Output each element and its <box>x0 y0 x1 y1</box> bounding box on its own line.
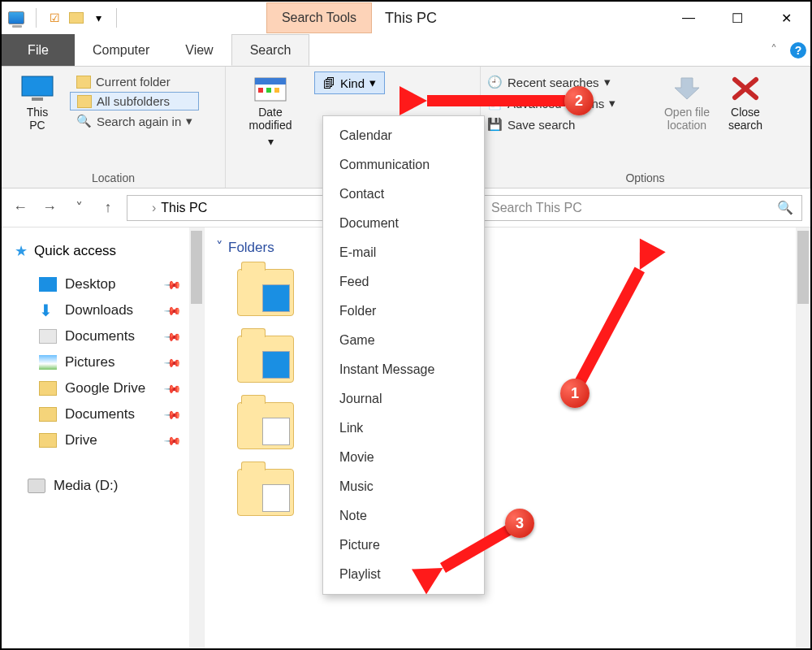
tab-computer[interactable]: Computer <box>75 34 167 66</box>
sidebar-item-documents-2[interactable]: Documents📌 <box>15 401 197 427</box>
tab-file[interactable]: File <box>2 34 75 66</box>
sidebar-item-desktop[interactable]: Desktop📌 <box>15 271 197 297</box>
current-folder-label: Current folder <box>96 75 171 89</box>
all-subfolders-option[interactable]: All subfolders <box>70 92 199 110</box>
kind-option-note[interactable]: Note <box>323 501 484 531</box>
folder-icon <box>39 407 57 422</box>
up-button[interactable]: ↑ <box>97 197 119 219</box>
quick-access-header[interactable]: ★Quick access <box>15 242 197 260</box>
folders-group-header[interactable]: ˅Folders <box>216 239 802 256</box>
maximize-button[interactable]: ☐ <box>713 2 762 34</box>
this-pc-scope-button[interactable]: This PC <box>8 70 67 171</box>
folder-item[interactable] <box>237 269 294 316</box>
kind-option-link[interactable]: Link <box>323 414 484 443</box>
kind-option-game[interactable]: Game <box>323 326 484 355</box>
collapse-ribbon-button[interactable]: ˄ <box>762 34 786 66</box>
sidebar-item-media[interactable]: Media (D:) <box>15 473 197 499</box>
kind-option-feed[interactable]: Feed <box>323 267 484 297</box>
scrollbar-thumb[interactable] <box>191 231 202 304</box>
kind-option-picture[interactable]: Picture <box>323 531 484 560</box>
chevron-down-icon: ▾ <box>609 96 615 110</box>
sidebar-item-drive[interactable]: Drive📌 <box>15 427 197 453</box>
save-search-button[interactable]: 💾Save search <box>487 117 658 132</box>
sidebar-item-google-drive[interactable]: Google Drive📌 <box>15 375 197 401</box>
kind-option-email[interactable]: E-mail <box>323 238 484 267</box>
recent-locations-button[interactable]: ˅ <box>68 197 89 219</box>
open-file-location-button[interactable]: Open file location <box>658 70 716 171</box>
folder-item[interactable] <box>237 469 294 516</box>
open-file-location-label: Open file location <box>664 106 710 132</box>
sidebar-item-pictures[interactable]: Pictures📌 <box>15 349 197 375</box>
recent-searches-button[interactable]: 🕘Recent searches▾ <box>487 75 658 89</box>
close-search-label: Close search <box>728 106 762 132</box>
pin-icon: 📌 <box>163 405 182 423</box>
ribbon-group-options: 🕘Recent searches▾ 📄Advanced options▾ 💾Sa… <box>481 67 810 188</box>
monitor-icon <box>20 75 54 102</box>
date-modified-label: Date modified <box>249 106 292 132</box>
folder-icon <box>39 433 57 448</box>
pictures-icon <box>39 355 57 370</box>
search-again-in-option[interactable]: 🔍Search again in▾ <box>70 112 199 130</box>
current-folder-option[interactable]: Current folder <box>70 73 199 90</box>
svg-rect-5 <box>266 88 271 93</box>
kind-option-movie[interactable]: Movie <box>323 443 484 472</box>
sidebar-item-label: Downloads <box>65 302 133 318</box>
kind-option-contact[interactable]: Contact <box>323 180 484 209</box>
tab-view[interactable]: View <box>167 34 231 66</box>
forward-button[interactable]: → <box>39 197 60 219</box>
navigation-pane: ★Quick access Desktop📌 ⬇Downloads📌 Docum… <box>2 228 205 648</box>
minimize-button[interactable]: — <box>664 2 713 34</box>
open-location-icon <box>670 75 704 102</box>
kind-option-instant-message[interactable]: Instant Message <box>323 355 484 384</box>
pin-icon: 📌 <box>163 353 182 371</box>
separator <box>116 8 117 28</box>
pin-icon: 📌 <box>163 431 182 449</box>
quick-access-toolbar: ☑ ▾ <box>2 8 120 28</box>
recent-searches-label: Recent searches <box>508 76 599 89</box>
documents-icon <box>39 329 57 344</box>
properties-qat-icon[interactable]: ☑ <box>45 8 64 28</box>
main-scrollbar[interactable] <box>796 228 810 648</box>
address-segment[interactable]: This PC <box>161 201 207 215</box>
kind-option-communication[interactable]: Communication <box>323 150 484 180</box>
sidebar-item-documents[interactable]: Documents📌 <box>15 323 197 349</box>
sidebar-item-downloads[interactable]: ⬇Downloads📌 <box>15 297 197 323</box>
scrollbar-thumb[interactable] <box>797 231 809 304</box>
this-pc-icon <box>8 11 24 24</box>
kind-option-music[interactable]: Music <box>323 472 484 501</box>
pin-icon: 📌 <box>163 301 182 319</box>
kind-filter-button[interactable]: 🗐 Kind ▾ <box>314 72 385 94</box>
tab-search[interactable]: Search <box>231 34 310 66</box>
this-pc-label: This PC <box>27 106 48 132</box>
search-icon[interactable]: 🔍 <box>777 200 793 215</box>
kind-option-folder[interactable]: Folder <box>323 297 484 326</box>
date-modified-button[interactable]: Date modified▾ <box>232 70 309 184</box>
help-button[interactable]: ? <box>786 34 810 66</box>
main-pane: ˅Folders <box>205 228 810 648</box>
save-search-label: Save search <box>508 118 575 132</box>
save-icon: 💾 <box>487 117 503 132</box>
kind-dropdown-menu: Calendar Communication Contact Document … <box>322 115 485 595</box>
svg-rect-0 <box>22 76 53 96</box>
kind-option-calendar[interactable]: Calendar <box>323 121 484 150</box>
search-tools-contextual-tab[interactable]: Search Tools <box>266 2 372 33</box>
svg-rect-1 <box>32 98 43 101</box>
advanced-options-button[interactable]: 📄Advanced options▾ <box>487 96 658 110</box>
window-title: This PC <box>385 10 437 27</box>
sidebar-scrollbar[interactable] <box>189 228 204 648</box>
kind-label: Kind <box>340 76 365 90</box>
sidebar-item-label: Desktop <box>65 276 115 292</box>
search-box[interactable]: Search This PC 🔍 <box>482 195 802 221</box>
new-folder-qat-icon[interactable] <box>69 12 84 24</box>
close-button[interactable]: ✕ <box>762 2 810 34</box>
kind-option-journal[interactable]: Journal <box>323 384 484 414</box>
kind-option-playlist[interactable]: Playlist <box>323 560 484 589</box>
kind-option-document[interactable]: Document <box>323 209 484 238</box>
folder-item[interactable] <box>237 336 294 383</box>
qat-dropdown-icon[interactable]: ▾ <box>89 8 108 28</box>
chevron-down-icon: ˅ <box>216 239 223 256</box>
advanced-options-label: Advanced options <box>508 97 604 110</box>
back-button[interactable]: ← <box>10 197 31 219</box>
folder-item[interactable] <box>237 402 294 449</box>
close-search-button[interactable]: Close search <box>716 70 775 171</box>
